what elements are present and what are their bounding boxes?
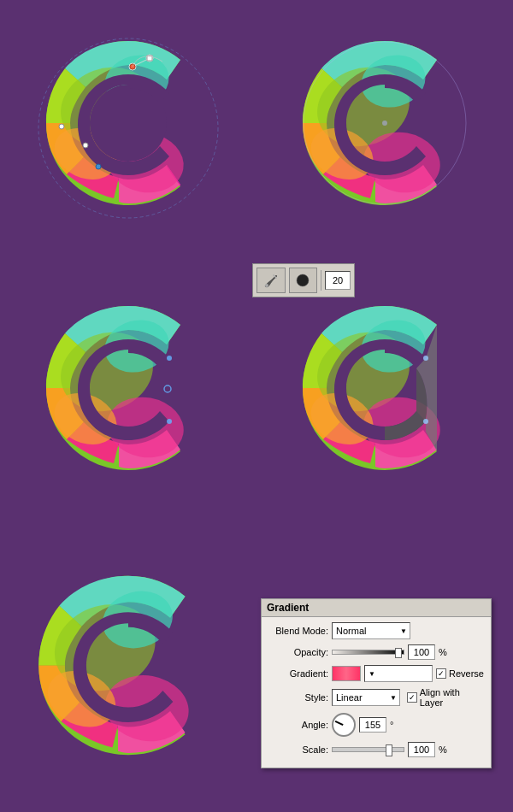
degree-symbol: ° <box>390 720 393 730</box>
align-layer-label: Align with Layer <box>420 687 484 708</box>
svg-point-29 <box>167 356 172 361</box>
gradient-arrow: ▼ <box>369 670 375 678</box>
gradient-bar[interactable] <box>332 666 361 681</box>
c-shape-group <box>46 41 189 205</box>
c-logo-cell-5 <box>0 530 256 812</box>
c-logo-3 <box>34 299 222 487</box>
scale-slider[interactable] <box>332 747 404 752</box>
blend-mode-dropdown[interactable]: Normal ▼ <box>332 622 410 639</box>
reverse-check-group: ✓ Reverse <box>436 668 484 679</box>
opacity-slider[interactable] <box>332 650 404 655</box>
style-label: Style: <box>268 692 328 703</box>
c-logo-5 <box>26 568 231 774</box>
gradient-row: Gradient: ▼ ✓ Reverse <box>268 665 484 682</box>
align-check-group: ✓ Align with Layer <box>407 687 484 708</box>
opacity-label: Opacity: <box>268 647 328 657</box>
middle-row <box>0 256 513 530</box>
scale-row: Scale: 100 % <box>268 742 484 757</box>
style-row: Style: Linear ▼ ✓ Align with Layer <box>268 687 484 708</box>
svg-point-34 <box>423 356 428 361</box>
gradient-dropdown[interactable]: ▼ <box>364 665 433 682</box>
svg-point-28 <box>167 419 172 424</box>
c-logo-1 <box>34 34 222 222</box>
blend-mode-row: Blend Mode: Normal ▼ <box>268 622 484 639</box>
style-dropdown[interactable]: Linear ▼ <box>332 689 400 706</box>
scale-thumb[interactable] <box>386 744 392 756</box>
blend-mode-label: Blend Mode: <box>268 626 328 636</box>
panel-body: Blend Mode: Normal ▼ Opacity: 100 % Grad… <box>262 617 491 768</box>
blend-mode-value: Normal <box>336 626 366 636</box>
c-logo-cell-2 <box>256 0 513 256</box>
c-logo-cell-3 <box>0 256 256 530</box>
gradient-panel: Gradient Blend Mode: Normal ▼ Opacity: 1… <box>261 598 492 768</box>
opacity-row: Opacity: 100 % <box>268 644 484 660</box>
reverse-checkbox[interactable]: ✓ <box>436 668 446 679</box>
align-checkbox[interactable]: ✓ <box>407 692 417 703</box>
gradient-label: Gradient: <box>268 668 328 679</box>
scale-label: Scale: <box>268 744 328 755</box>
dropdown-arrow-1: ▼ <box>400 627 407 635</box>
scale-input[interactable]: 100 <box>408 742 435 757</box>
c-logo-2 <box>291 34 479 222</box>
opacity-thumb[interactable] <box>395 648 402 658</box>
style-arrow: ▼ <box>390 694 397 702</box>
c-logo-cell-4 <box>256 256 513 530</box>
c-logo-cell-1 <box>0 0 256 256</box>
angle-dial[interactable] <box>332 713 356 737</box>
style-value: Linear <box>336 692 363 703</box>
svg-point-35 <box>423 419 428 424</box>
panel-title: Gradient <box>262 599 491 617</box>
opacity-pct: % <box>439 647 447 657</box>
scale-pct: % <box>439 744 447 755</box>
reverse-label: Reverse <box>449 668 484 679</box>
top-row <box>0 0 513 256</box>
c-logo-4 <box>291 299 479 487</box>
angle-input[interactable]: 155 <box>359 717 386 733</box>
angle-row: Angle: 155 ° <box>268 713 484 737</box>
svg-point-27 <box>164 385 171 392</box>
opacity-input[interactable]: 100 <box>408 644 435 660</box>
svg-point-20 <box>382 121 387 126</box>
canvas-area: 20 <box>0 0 513 812</box>
angle-label: Angle: <box>268 720 328 730</box>
